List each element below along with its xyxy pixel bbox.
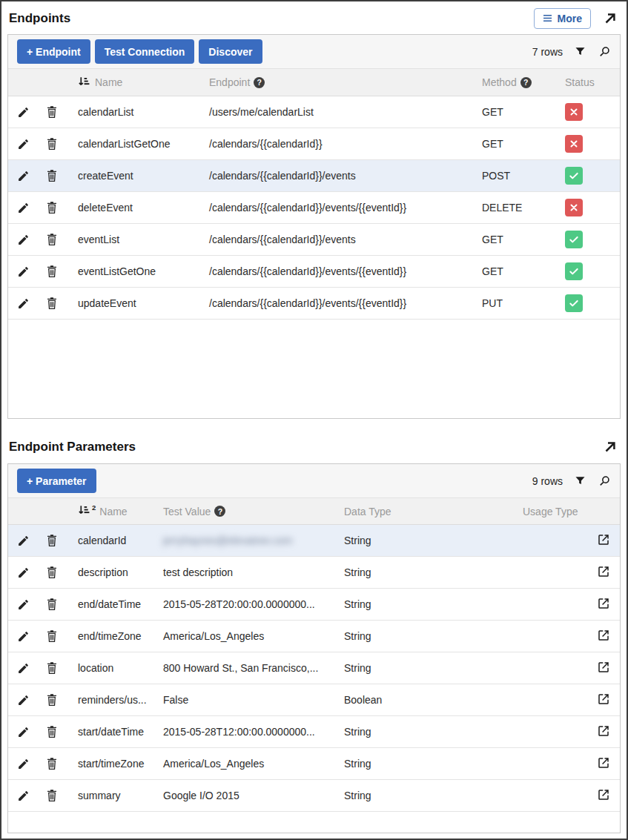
expand-panel-icon[interactable] (603, 440, 618, 454)
parameters-table-header: 2 Name Test Value ? Data Type Usage Type (8, 498, 620, 525)
table-row[interactable]: createEvent /calendars/{{calendarId}}/ev… (8, 160, 620, 192)
column-header-test-value[interactable]: Test Value ? (159, 506, 339, 517)
filter-icon[interactable] (574, 45, 586, 58)
endpoint-name: updateEvent (66, 297, 202, 309)
edit-button[interactable] (8, 630, 38, 643)
column-header-usage-type[interactable]: Usage Type (481, 506, 620, 517)
column-header-name[interactable]: Name (66, 76, 202, 90)
endpoints-section-header: Endpoints More (1, 1, 627, 34)
table-row[interactable]: end/dateTime 2015-05-28T20:00:00.0000000… (8, 589, 620, 621)
table-row[interactable]: end/timeZone America/Los_Angeles String (8, 621, 620, 652)
endpoints-toolbar: + Endpoint Test Connection Discover 7 ro… (8, 35, 620, 69)
parameter-name: start/timeZone (66, 758, 159, 770)
table-row[interactable]: summary Google I/O 2015 String (8, 780, 620, 812)
test-connection-button[interactable]: Test Connection (95, 39, 195, 64)
delete-button[interactable] (38, 201, 66, 214)
external-link-icon[interactable] (597, 565, 610, 581)
delete-button[interactable] (38, 233, 66, 246)
parameter-data-type: String (339, 726, 481, 738)
delete-button[interactable] (38, 297, 66, 310)
delete-button[interactable] (38, 534, 66, 547)
edit-button[interactable] (8, 758, 38, 770)
endpoint-method: DELETE (476, 202, 556, 214)
parameter-name: end/dateTime (66, 598, 159, 610)
discover-button[interactable]: Discover (199, 39, 262, 64)
edit-button[interactable] (8, 726, 38, 738)
external-link-icon[interactable] (597, 661, 610, 676)
help-icon[interactable]: ? (214, 506, 225, 517)
edit-button[interactable] (8, 170, 38, 182)
endpoint-path: /calendars/{{calendarId}}/events/{{event… (202, 297, 476, 309)
edit-button[interactable] (8, 790, 38, 802)
table-row[interactable]: location 800 Howard St., San Francisco,.… (8, 652, 620, 684)
table-row[interactable]: description test description String (8, 557, 620, 589)
external-link-icon[interactable] (597, 724, 610, 740)
search-icon[interactable] (598, 474, 611, 488)
delete-button[interactable] (38, 598, 66, 611)
external-link-icon[interactable] (597, 629, 610, 644)
table-row[interactable]: calendarList /users/me/calendarList GET (8, 96, 620, 128)
status-ok-badge (565, 262, 583, 280)
delete-button[interactable] (38, 105, 66, 119)
delete-button[interactable] (38, 566, 66, 579)
table-row[interactable]: calendarId jerryhaynes@elevatree.com Str… (8, 525, 620, 557)
edit-button[interactable] (8, 234, 38, 246)
delete-button[interactable] (38, 725, 66, 738)
help-icon[interactable]: ? (254, 77, 265, 88)
table-row[interactable]: start/dateTime 2015-05-28T12:00:00.00000… (8, 716, 620, 748)
delete-button[interactable] (38, 137, 66, 151)
edit-button[interactable] (8, 106, 38, 119)
column-header-data-type[interactable]: Data Type (339, 506, 481, 517)
delete-button[interactable] (38, 693, 66, 707)
table-row[interactable]: start/timeZone America/Los_Angeles Strin… (8, 748, 620, 780)
column-header-name[interactable]: 2 Name (66, 504, 159, 518)
hamburger-icon (543, 13, 552, 24)
table-row[interactable]: eventListGetOne /calendars/{{calendarId}… (8, 256, 620, 288)
parameter-data-type: String (339, 630, 481, 642)
table-row[interactable]: calendarListGetOne /calendars/{{calendar… (8, 128, 620, 160)
external-link-icon[interactable] (597, 533, 610, 549)
column-header-status[interactable]: Status (556, 76, 620, 88)
external-link-icon[interactable] (597, 692, 610, 708)
column-header-method[interactable]: Method ? (476, 76, 556, 88)
parameter-test-value: America/Los_Angeles (159, 758, 339, 770)
external-link-icon[interactable] (597, 788, 610, 804)
edit-button[interactable] (8, 138, 38, 151)
endpoint-path: /calendars/{{calendarId}} (202, 138, 476, 150)
delete-button[interactable] (38, 789, 66, 802)
delete-button[interactable] (38, 169, 66, 182)
parameter-name: summary (66, 790, 159, 801)
edit-button[interactable] (8, 598, 38, 611)
table-row[interactable]: reminders/us... False Boolean (8, 684, 620, 716)
table-row[interactable]: deleteEvent /calendars/{{calendarId}}/ev… (8, 192, 620, 224)
expand-panel-icon[interactable] (603, 11, 618, 26)
parameter-test-value: America/Los_Angeles (159, 630, 339, 642)
add-endpoint-button[interactable]: + Endpoint (17, 39, 90, 64)
edit-button[interactable] (8, 297, 38, 310)
parameter-test-value: False (159, 694, 339, 706)
edit-button[interactable] (8, 265, 38, 278)
filter-icon[interactable] (574, 474, 586, 487)
delete-button[interactable] (38, 757, 66, 770)
search-icon[interactable] (598, 45, 611, 59)
status-error-badge (565, 103, 583, 121)
more-button[interactable]: More (534, 8, 591, 29)
parameter-data-type: String (339, 790, 481, 801)
parameters-card: + Parameter 9 rows 2 Name Test Value (7, 463, 621, 833)
table-row[interactable]: updateEvent /calendars/{{calendarId}}/ev… (8, 288, 620, 320)
help-icon[interactable]: ? (520, 77, 532, 88)
add-parameter-button[interactable]: + Parameter (17, 469, 96, 493)
edit-button[interactable] (8, 566, 38, 579)
external-link-icon[interactable] (597, 597, 610, 612)
column-header-endpoint[interactable]: Endpoint ? (202, 76, 476, 88)
external-link-icon[interactable] (597, 756, 610, 772)
edit-button[interactable] (8, 202, 38, 214)
table-row[interactable]: eventList /calendars/{{calendarId}}/even… (8, 224, 620, 256)
delete-button[interactable] (38, 265, 66, 278)
endpoint-path: /calendars/{{calendarId}}/events (202, 170, 476, 182)
edit-button[interactable] (8, 662, 38, 675)
edit-button[interactable] (8, 694, 38, 707)
delete-button[interactable] (38, 629, 66, 643)
delete-button[interactable] (38, 661, 66, 675)
edit-button[interactable] (8, 535, 38, 547)
